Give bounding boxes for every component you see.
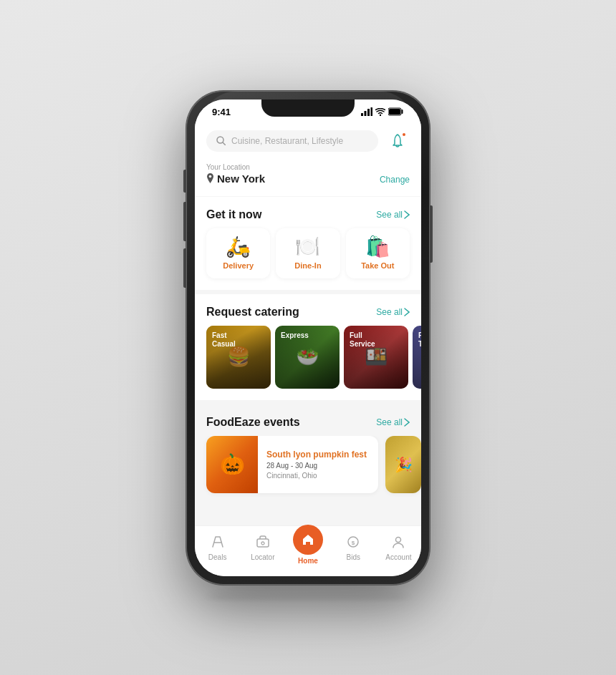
power-button (430, 205, 433, 263)
event-card-pumpkin[interactable]: 🎃 South lyon pumpkin fest 28 Aug - 30 Au… (206, 436, 378, 493)
events-cards: 🎃 South lyon pumpkin fest 28 Aug - 30 Au… (195, 436, 421, 505)
search-bar[interactable]: Cuisine, Restaurant, Lifestyle (206, 130, 378, 152)
event-image: 🎃 (206, 436, 258, 493)
search-icon (216, 136, 226, 145)
bids-label: Bids (346, 553, 360, 561)
account-icon (391, 535, 405, 551)
express-label: Express (281, 331, 309, 340)
top-section: Cuisine, Restaurant, Lifestyle (195, 120, 421, 196)
event-info: South lyon pumpkin fest 28 Aug - 30 Aug … (258, 436, 375, 493)
nav-locator[interactable]: Locator (240, 535, 285, 561)
notch (261, 99, 355, 117)
svg-rect-0 (361, 113, 363, 116)
get-it-now-title: Get it now (206, 208, 261, 221)
full-service-label: FullService (350, 331, 375, 349)
search-placeholder: Cuisine, Restaurant, Lifestyle (231, 136, 343, 146)
events-see-all[interactable]: See all (376, 417, 410, 427)
notification-dot (401, 132, 407, 137)
catering-see-all[interactable]: See all (376, 307, 410, 317)
location-city: New York (206, 173, 265, 185)
catering-card-full-service[interactable]: 🍱 FullService (344, 326, 408, 389)
svg-point-13 (396, 538, 401, 543)
events-title: FoodEaze events (206, 416, 300, 429)
service-cards: 🛵 Delivery 🍽️ Dine-In 🛍️ Take Out (195, 228, 421, 290)
bottom-spacer (195, 505, 421, 512)
locator-icon (256, 535, 270, 551)
event-date: 28 Aug - 30 Aug (266, 462, 367, 470)
catering-card-express[interactable]: 🥗 Express (275, 326, 340, 389)
catering-title: Request catering (206, 306, 299, 319)
take-out-card[interactable]: 🛍️ Take Out (346, 228, 410, 278)
signal-icon (361, 107, 372, 116)
location-row: Your Location New York Change (206, 163, 410, 185)
dine-in-card[interactable]: 🍽️ Dine-In (276, 228, 340, 278)
svg-rect-3 (371, 107, 373, 116)
food-truck-label: FoodTru... (418, 331, 421, 349)
nav-deals[interactable]: Deals (195, 535, 240, 561)
event-location: Cincinnati, Ohio (266, 472, 367, 480)
take-out-label: Take Out (361, 261, 394, 270)
get-it-now-see-all[interactable]: See all (376, 210, 410, 220)
delivery-label: Delivery (223, 261, 254, 270)
bids-icon: $ (346, 535, 360, 551)
deals-icon (211, 535, 225, 551)
deals-label: Deals (208, 553, 227, 561)
event-card-partial[interactable]: 🎉 (385, 436, 421, 493)
catering-section: Request catering See all 🍔 (195, 294, 421, 400)
chevron-right-icon-3 (404, 418, 410, 427)
nav-bids[interactable]: $ Bids (331, 535, 376, 561)
wifi-icon (375, 108, 385, 116)
events-header: FoodEaze events See all (195, 404, 421, 436)
chevron-right-icon-2 (404, 308, 410, 316)
mute-button (183, 170, 186, 193)
catering-card-fast-casual[interactable]: 🍔 FastCasual (206, 326, 271, 389)
catering-card-food-truck[interactable]: 🚚 FoodTru... (413, 326, 421, 389)
event-partial-image: 🎉 (385, 436, 421, 493)
city-name: New York (217, 173, 265, 185)
get-it-now-header: Get it now See all (195, 197, 421, 228)
phone-reflection (211, 587, 405, 600)
status-time: 9:41 (212, 107, 231, 117)
svg-rect-9 (257, 539, 269, 547)
account-label: Account (385, 553, 411, 561)
get-it-now-section: Get it now See all 🛵 Delivery 🍽️ (195, 197, 421, 290)
home-label: Home (298, 557, 318, 565)
locator-label: Locator (251, 553, 274, 561)
location-label: Your Location (206, 163, 265, 171)
svg-rect-1 (365, 111, 367, 116)
catering-cards: 🍔 FastCasual 🥗 Express (195, 326, 421, 400)
nav-account[interactable]: Account (376, 535, 421, 561)
app-content[interactable]: Cuisine, Restaurant, Lifestyle (195, 120, 421, 525)
change-location-button[interactable]: Change (380, 175, 410, 185)
battery-icon (388, 107, 404, 116)
svg-point-8 (209, 175, 212, 178)
svg-text:$: $ (352, 540, 355, 546)
bottom-nav: Deals Locator (195, 525, 421, 576)
catering-header: Request catering See all (195, 294, 421, 326)
phone-frame: 9:41 (186, 91, 430, 585)
dine-in-label: Dine-In (294, 261, 321, 270)
delivery-card[interactable]: 🛵 Delivery (206, 228, 270, 278)
fast-casual-label: FastCasual (212, 331, 236, 349)
dine-in-icon: 🍽️ (295, 237, 320, 257)
notification-button[interactable] (385, 129, 410, 153)
svg-rect-5 (389, 109, 400, 115)
search-bar-row: Cuisine, Restaurant, Lifestyle (206, 129, 410, 153)
phone-wrapper: 9:41 (186, 91, 430, 585)
pin-icon (206, 173, 214, 183)
nav-home[interactable]: Home (285, 532, 330, 565)
events-section: FoodEaze events See all 🎃 South lyon pum… (195, 404, 421, 505)
svg-line-7 (223, 142, 226, 145)
volume-down-button (183, 248, 186, 288)
svg-point-10 (261, 542, 264, 545)
chevron-right-icon (404, 210, 410, 219)
volume-up-button (183, 202, 186, 241)
take-out-icon: 🛍️ (365, 237, 390, 257)
phone-screen: 9:41 (195, 99, 421, 576)
delivery-icon: 🛵 (226, 237, 251, 257)
status-icons (361, 107, 404, 116)
svg-rect-2 (367, 109, 370, 116)
event-title: South lyon pumpkin fest (266, 450, 367, 460)
home-icon-active (293, 525, 323, 555)
